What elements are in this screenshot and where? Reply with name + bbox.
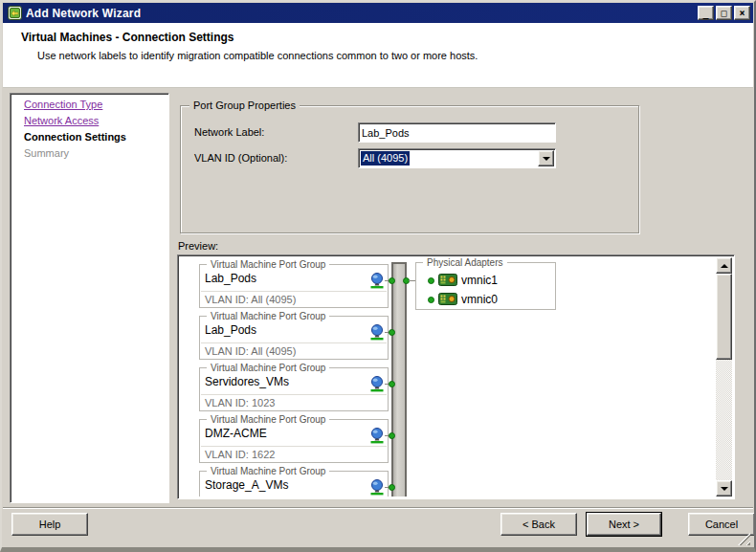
port-group-divider <box>201 342 387 343</box>
physical-adapters-box: Physical Adapters vmnic1 <box>415 262 556 310</box>
nic-row: vmnic0 <box>428 293 498 306</box>
chevron-down-icon <box>543 157 550 161</box>
port-group-vlan: VLAN ID: 1023 <box>205 397 275 408</box>
wizard-app-icon <box>8 6 22 20</box>
vlan-dropdown-button[interactable] <box>538 150 554 166</box>
window-title: Add Network Wizard <box>26 7 698 20</box>
nic-row: vmnic1 <box>428 274 498 287</box>
nic-icon <box>438 293 457 306</box>
port-group-properties-groupbox: Port Group Properties Network Label: VLA… <box>180 105 639 233</box>
port-group-box: Virtual Machine Port Group Storage_A_VMs <box>199 471 389 497</box>
scroll-up-button[interactable] <box>716 257 732 274</box>
port-group-legend: Virtual Machine Port Group <box>207 466 329 476</box>
vlan-id-combobox[interactable]: All (4095) <box>358 148 556 168</box>
sidebar-item-summary: Summary <box>24 147 168 159</box>
wizard-header: Virtual Machines - Connection Settings U… <box>3 23 753 87</box>
port-group-box: Virtual Machine Port Group Lab_Pods VLAN… <box>199 316 389 360</box>
nic-name: vmnic0 <box>461 293 498 306</box>
port-group-divider <box>201 291 387 292</box>
port-group-box: Virtual Machine Port Group Servidores_VM… <box>199 367 389 411</box>
nic-icon <box>438 274 457 287</box>
port-group-legend: Virtual Machine Port Group <box>207 414 329 425</box>
help-button[interactable]: Help <box>11 513 88 536</box>
port-group-globe-icon <box>369 273 385 289</box>
page-title: Virtual Machines - Connection Settings <box>21 31 233 44</box>
port-group-name: Storage_A_VMs <box>205 478 288 492</box>
close-button[interactable]: × <box>734 6 750 20</box>
port-group-name: Servidores_VMs <box>205 375 289 388</box>
connection-dot <box>389 329 395 336</box>
maximize-button[interactable]: □ <box>716 6 732 20</box>
network-label-input[interactable] <box>358 122 556 143</box>
port-group-box: Virtual Machine Port Group Lab_Pods VLAN… <box>199 264 389 308</box>
port-group-divider <box>201 394 387 395</box>
connection-dot <box>389 432 395 439</box>
groupbox-title: Port Group Properties <box>189 99 300 111</box>
page-subtitle: Use network labels to identify migration… <box>37 50 478 61</box>
port-group-vlan: VLAN ID: 1622 <box>205 449 275 460</box>
port-group-globe-icon <box>369 428 385 444</box>
scrollbar-thumb[interactable] <box>716 274 732 360</box>
preview-label: Preview: <box>178 240 218 252</box>
port-group-globe-icon <box>369 324 385 341</box>
connection-dot <box>389 484 395 491</box>
next-button[interactable]: Next > <box>587 513 661 536</box>
vlan-id-label: VLAN ID (Optional): <box>194 148 287 168</box>
footer-separator <box>3 507 753 509</box>
network-label-label: Network Label: <box>194 122 264 143</box>
connection-dot <box>428 277 434 284</box>
scroll-down-icon <box>721 487 728 491</box>
cancel-button[interactable]: Cancel <box>688 513 755 536</box>
wizard-steps-sidebar: Connection Type Network Access Connectio… <box>10 93 169 503</box>
port-group-box: Virtual Machine Port Group DMZ-ACME VLAN… <box>199 419 389 463</box>
title-bar: Add Network Wizard _ □ × <box>3 3 753 23</box>
vlan-selected-value: All (4095) <box>361 151 410 166</box>
back-button[interactable]: < Back <box>500 513 577 536</box>
preview-diagram: Virtual Machine Port Group Lab_Pods VLAN… <box>180 257 716 497</box>
connection-dot <box>428 297 434 303</box>
header-separator <box>3 87 753 88</box>
port-group-vlan: VLAN ID: All (4095) <box>205 294 296 305</box>
add-network-wizard-window: Add Network Wizard _ □ × Virtual Machine… <box>0 0 756 552</box>
port-group-name: Lab_Pods <box>205 272 256 285</box>
sidebar-item-connection-settings: Connection Settings <box>24 131 168 143</box>
sidebar-item-network-access[interactable]: Network Access <box>24 115 168 126</box>
port-group-divider <box>201 446 387 447</box>
nic-name: vmnic1 <box>461 274 498 287</box>
preview-panel: Virtual Machine Port Group Lab_Pods VLAN… <box>177 254 735 499</box>
port-group-globe-icon <box>369 376 385 392</box>
preview-scrollbar[interactable] <box>716 257 732 497</box>
connection-dot <box>389 277 395 284</box>
minimize-button[interactable]: _ <box>698 6 714 20</box>
port-group-legend: Virtual Machine Port Group <box>207 259 329 270</box>
scroll-down-button[interactable] <box>716 480 732 497</box>
port-group-legend: Virtual Machine Port Group <box>207 363 329 373</box>
physical-adapters-legend: Physical Adapters <box>423 257 507 268</box>
port-group-globe-icon <box>369 479 385 496</box>
port-group-name: DMZ-ACME <box>205 427 267 440</box>
virtual-switch-bar <box>391 262 407 497</box>
port-group-vlan: VLAN ID: All (4095) <box>205 345 296 357</box>
sidebar-item-connection-type[interactable]: Connection Type <box>24 99 168 110</box>
scroll-up-icon <box>721 264 728 268</box>
port-group-legend: Virtual Machine Port Group <box>207 311 329 321</box>
port-group-name: Lab_Pods <box>205 323 256 337</box>
connection-dot <box>389 381 395 387</box>
